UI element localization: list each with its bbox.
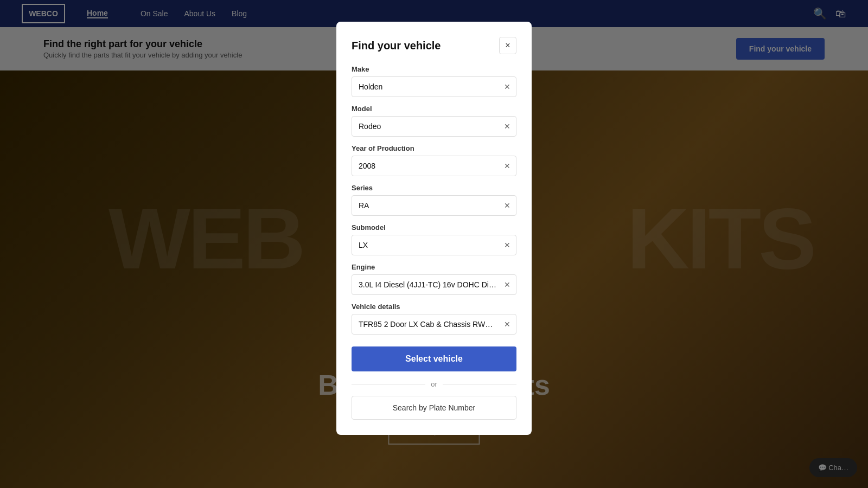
- submodel-field[interactable]: LX ✕: [352, 235, 516, 255]
- engine-group: Engine 3.0L I4 Diesel (4JJ1-TC) 16v DOHC…: [352, 263, 516, 295]
- engine-value: 3.0L I4 Diesel (4JJ1-TC) 16v DOHC DiTD T…: [359, 280, 496, 289]
- select-vehicle-button[interactable]: Select vehicle: [352, 346, 516, 371]
- submodel-group: Submodel LX ✕: [352, 223, 516, 255]
- vehicle-details-field[interactable]: TFR85 2 Door LX Cab & Chassis RWD Manua……: [352, 314, 516, 335]
- divider-text: or: [431, 380, 437, 388]
- year-label: Year of Production: [352, 144, 516, 152]
- make-value: Holden: [359, 82, 496, 91]
- series-group: Series RA ✕: [352, 184, 516, 216]
- make-field[interactable]: Holden ✕: [352, 76, 516, 97]
- submodel-clear-icon[interactable]: ✕: [504, 241, 510, 249]
- engine-clear-icon[interactable]: ✕: [504, 281, 510, 288]
- submodel-label: Submodel: [352, 223, 516, 232]
- divider-left: [352, 384, 425, 384]
- series-clear-icon[interactable]: ✕: [504, 202, 510, 209]
- model-group: Model Rodeo ✕: [352, 105, 516, 137]
- find-vehicle-modal: Find your vehicle × Make Holden ✕ Model …: [336, 22, 532, 435]
- modal-overlay: Find your vehicle × Make Holden ✕ Model …: [0, 0, 868, 488]
- model-field[interactable]: Rodeo ✕: [352, 116, 516, 137]
- modal-close-button[interactable]: ×: [499, 37, 516, 54]
- vehicle-details-clear-icon[interactable]: ✕: [504, 320, 510, 328]
- make-group: Make Holden ✕: [352, 65, 516, 97]
- model-value: Rodeo: [359, 122, 496, 131]
- year-field[interactable]: 2008 ✕: [352, 156, 516, 176]
- series-field[interactable]: RA ✕: [352, 195, 516, 216]
- vehicle-details-label: Vehicle details: [352, 303, 516, 311]
- submodel-value: LX: [359, 241, 496, 249]
- series-label: Series: [352, 184, 516, 192]
- modal-header: Find your vehicle ×: [352, 37, 516, 54]
- divider-right: [443, 384, 516, 384]
- make-clear-icon[interactable]: ✕: [504, 83, 510, 91]
- plate-search-button[interactable]: Search by Plate Number: [352, 396, 516, 420]
- divider-row: or: [352, 380, 516, 388]
- year-group: Year of Production 2008 ✕: [352, 144, 516, 176]
- modal-title: Find your vehicle: [352, 40, 441, 52]
- engine-field[interactable]: 3.0L I4 Diesel (4JJ1-TC) 16v DOHC DiTD T…: [352, 274, 516, 295]
- year-clear-icon[interactable]: ✕: [504, 162, 510, 170]
- make-label: Make: [352, 65, 516, 73]
- engine-label: Engine: [352, 263, 516, 271]
- vehicle-details-group: Vehicle details TFR85 2 Door LX Cab & Ch…: [352, 303, 516, 335]
- series-value: RA: [359, 201, 496, 210]
- vehicle-details-value: TFR85 2 Door LX Cab & Chassis RWD Manua…: [359, 320, 496, 329]
- model-label: Model: [352, 105, 516, 113]
- year-value: 2008: [359, 162, 496, 170]
- model-clear-icon[interactable]: ✕: [504, 123, 510, 130]
